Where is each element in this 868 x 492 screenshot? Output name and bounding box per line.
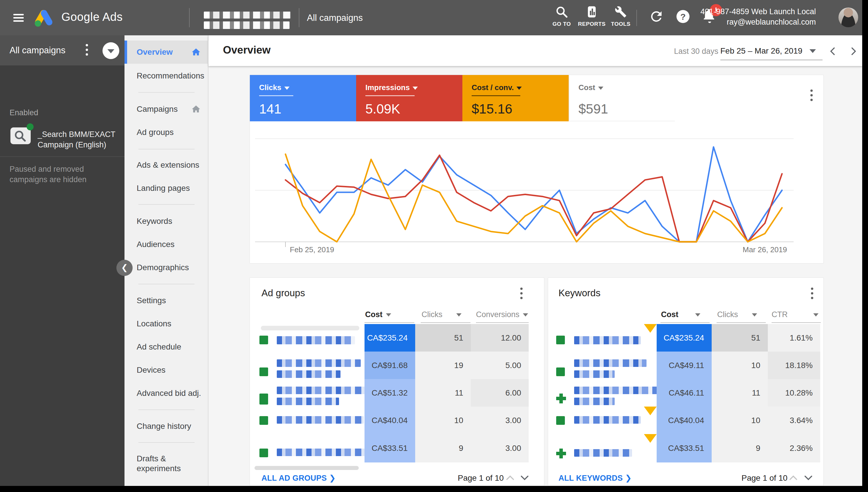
sidebar-collapse-button[interactable]: [102, 42, 119, 59]
campaign-name[interactable]: _Search BMM/EXACT Campaign (English): [37, 129, 116, 150]
google-ads-logo-icon: [34, 8, 53, 27]
nav-item-advanced-bid-adj[interactable]: Advanced bid adj.: [125, 382, 208, 405]
column-selector-cost[interactable]: Cost: [365, 310, 391, 319]
keyword-status-icon: [556, 368, 565, 376]
x-axis-start-label: Feb 25, 2019: [290, 245, 334, 254]
nav-item-settings[interactable]: Settings: [125, 289, 208, 312]
ad-group-name-redacted: [277, 360, 361, 367]
keyword-name-redacted: [574, 416, 641, 424]
collapse-nav-button[interactable]: ❮: [117, 260, 133, 276]
help-icon[interactable]: ?: [675, 9, 691, 24]
clicks-cell: 10: [712, 351, 768, 379]
conversions-cell: 3.00: [471, 434, 529, 463]
cost-cell: CA$33.51: [657, 434, 712, 463]
avatar[interactable]: [839, 7, 858, 27]
keyword-name-redacted: [574, 387, 661, 394]
nav-item-locations[interactable]: Locations: [125, 312, 208, 335]
brand-name: Google Ads: [61, 10, 123, 23]
ctr-cell: 18.18%: [768, 351, 820, 379]
tools-button[interactable]: TOOLS: [607, 5, 635, 27]
hidden-campaigns-note: Paused and removed campaigns are hidden: [9, 164, 111, 185]
ctr-cell: 3.64%: [768, 407, 820, 434]
clicks-cell: 11: [712, 379, 768, 407]
column-selector-cost[interactable]: Cost: [661, 310, 700, 319]
horizontal-scrollbar[interactable]: [255, 466, 359, 470]
warning-corner-icon: [644, 407, 657, 415]
keyword-added-icon: [556, 394, 566, 403]
clicks-cell: 51: [415, 324, 471, 351]
reports-chart-icon: [585, 5, 598, 19]
keyword-name-redacted: [574, 360, 646, 367]
page-up-chevron-icon[interactable]: [788, 473, 798, 482]
column-selector-clicks[interactable]: Clicks: [422, 310, 461, 319]
metric-value: 141: [259, 101, 281, 117]
ad-groups-kebab-icon[interactable]: [520, 288, 522, 301]
search-icon: [555, 5, 568, 19]
divider: [138, 92, 195, 93]
refresh-icon[interactable]: [648, 9, 664, 24]
ad-groups-card: Ad groups Cost Clicks Conversions CA$235…: [250, 277, 544, 486]
nav-item-ad-schedule[interactable]: Ad schedule: [125, 335, 208, 359]
clicks-cell: 9: [712, 434, 768, 463]
chevron-down-icon: [284, 87, 289, 90]
nav-item-landing-pages[interactable]: Landing pages: [125, 177, 208, 200]
account-phone: 401-987-4859 Web Launch Local: [700, 6, 816, 17]
column-selector-ctr[interactable]: CTR: [772, 310, 818, 319]
page-down-chevron-icon[interactable]: [520, 473, 530, 482]
all-ad-groups-link[interactable]: ALL AD GROUPS ❯: [261, 473, 336, 483]
nav-item-demographics[interactable]: Demographics: [125, 256, 208, 279]
nav-item-devices[interactable]: Devices: [125, 359, 208, 382]
clicks-cell: 10: [712, 407, 768, 434]
chevron-down-icon[interactable]: [810, 49, 816, 53]
metric-card-cost-per-conv[interactable]: Cost / conv. $15.16: [462, 75, 569, 121]
metric-card-clicks[interactable]: Clicks 141: [250, 75, 356, 121]
ad-group-status-icon: [259, 416, 268, 425]
nav-item-overview[interactable]: Overview: [125, 41, 208, 64]
sidebar-header: All campaigns: [0, 35, 125, 66]
nav-item-drafts-experiments[interactable]: Drafts & experiments: [125, 448, 208, 479]
all-keywords-link[interactable]: ALL KEYWORDS ❯: [559, 473, 632, 483]
next-period-chevron-icon[interactable]: [848, 46, 858, 56]
page-up-chevron-icon[interactable]: [505, 473, 515, 482]
search-campaign-icon[interactable]: [10, 127, 31, 144]
nav-item-campaigns[interactable]: Campaigns: [125, 98, 208, 121]
nav-item-ad-groups[interactable]: Ad groups: [125, 121, 208, 144]
home-icon: [191, 104, 201, 114]
metric-card-impressions[interactable]: Impressions 5.09K: [356, 75, 462, 121]
account-info[interactable]: 401-987-4859 Web Launch Local ray@weblau…: [700, 6, 816, 27]
ad-group-name-redacted: [277, 370, 340, 378]
nav-item-audiences[interactable]: Audiences: [125, 233, 208, 256]
go-to-button[interactable]: GO TO: [548, 5, 576, 27]
chevron-down-icon: [107, 49, 114, 53]
chart-card-kebab-icon[interactable]: [810, 90, 813, 103]
column-selector-conversions[interactable]: Conversions: [476, 310, 528, 319]
clicks-cell: 51: [712, 324, 768, 351]
cost-cell: CA$40.04: [657, 407, 712, 434]
page-down-chevron-icon[interactable]: [803, 473, 813, 482]
enabled-status-dot: [27, 123, 33, 130]
account-id-redacted: [204, 21, 289, 29]
nav-item-change-history[interactable]: Change history: [125, 415, 208, 438]
ad-group-name-redacted: [277, 416, 364, 424]
sidebar-kebab-icon[interactable]: [86, 44, 88, 58]
nav-item-recommendations[interactable]: Recommendations: [125, 64, 208, 88]
chevron-down-icon: [598, 87, 603, 90]
performance-line-chart[interactable]: [250, 121, 824, 249]
menu-icon[interactable]: [13, 14, 24, 22]
keyword-name-redacted: [574, 449, 632, 457]
metric-value: 5.09K: [365, 101, 400, 117]
warning-corner-icon: [644, 324, 657, 333]
keywords-kebab-icon[interactable]: [811, 288, 813, 301]
account-email: ray@weblaunchlocal.com: [700, 17, 816, 27]
nav-item-ads-extensions[interactable]: Ads & extensions: [125, 153, 208, 177]
ctr-cell: 10.28%: [768, 379, 820, 407]
date-range-picker[interactable]: Feb 25 – Mar 26, 2019: [720, 46, 822, 60]
metric-card-cost[interactable]: Cost $591: [569, 75, 675, 121]
reports-button[interactable]: REPORTS: [578, 5, 606, 27]
nav-item-keywords[interactable]: Keywords: [125, 210, 208, 233]
previous-period-chevron-icon[interactable]: [828, 46, 838, 56]
cost-cell: CA$235.24: [657, 324, 712, 351]
divider: [138, 442, 195, 443]
column-selector-clicks[interactable]: Clicks: [717, 310, 757, 319]
clicks-cell: 10: [415, 407, 471, 434]
